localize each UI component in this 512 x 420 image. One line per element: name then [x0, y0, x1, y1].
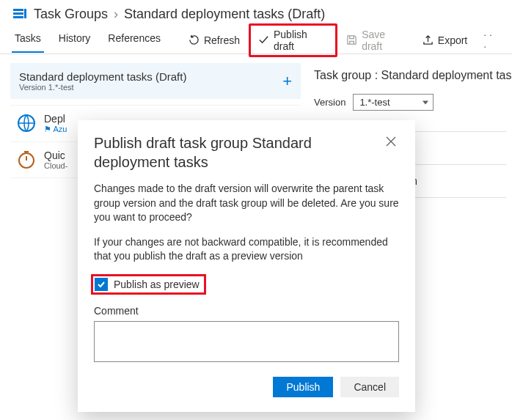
- dialog-warning-text: Changes made to the draft version will o…: [94, 182, 399, 225]
- close-icon: [386, 137, 396, 149]
- comment-input[interactable]: [94, 321, 399, 362]
- tab-references[interactable]: References: [105, 28, 164, 53]
- dialog-title: Publish draft task group Standard deploy…: [94, 133, 383, 172]
- refresh-icon: [189, 34, 200, 45]
- publish-dialog: Publish draft task group Standard deploy…: [78, 120, 415, 412]
- publish-draft-button[interactable]: Publish draft: [249, 23, 337, 57]
- dialog-info-text: If your changes are not backward compati…: [94, 235, 399, 264]
- svg-rect-1: [13, 12, 23, 15]
- close-button[interactable]: [383, 133, 399, 152]
- task-sub: Cloud-: [44, 161, 67, 170]
- task-name: Quic: [44, 150, 67, 161]
- export-button[interactable]: Export: [415, 32, 475, 49]
- globe-icon: [16, 113, 37, 133]
- version-label: Version: [314, 97, 345, 108]
- check-icon: [258, 34, 269, 45]
- breadcrumb-root[interactable]: Task Groups: [34, 7, 108, 22]
- task-group-icon: [12, 6, 28, 22]
- checkbox-label: Publish as preview: [114, 279, 200, 290]
- export-icon: [423, 34, 434, 45]
- panel-heading: Task group : Standard deployment tasl: [314, 69, 506, 82]
- task-group-header[interactable]: Standard deployment tasks (Draft) Versio…: [10, 63, 301, 99]
- version-select[interactable]: 1.*-test: [353, 94, 434, 111]
- tab-tasks[interactable]: Tasks: [12, 28, 44, 53]
- publish-as-preview-checkbox[interactable]: Publish as preview: [91, 274, 206, 295]
- export-label: Export: [438, 34, 467, 46]
- task-group-title: Standard deployment tasks (Draft): [19, 70, 186, 83]
- publish-draft-label: Publish draft: [274, 29, 328, 52]
- task-name: Depl: [44, 113, 67, 125]
- svg-rect-3: [24, 9, 26, 18]
- save-draft-button: Save draft: [339, 26, 414, 55]
- save-draft-label: Save draft: [362, 29, 406, 52]
- breadcrumb: Task Groups › Standard deployment tasks …: [0, 0, 512, 26]
- save-icon: [346, 34, 357, 45]
- svg-rect-2: [13, 16, 23, 18]
- toolbar: Tasks History References Refresh Publish…: [0, 26, 512, 54]
- breadcrumb-current: Standard deployment tasks (Draft): [124, 7, 325, 22]
- timer-icon: [16, 150, 37, 170]
- tab-history[interactable]: History: [56, 28, 94, 53]
- refresh-button[interactable]: Refresh: [181, 32, 247, 49]
- more-button[interactable]: · · ·: [476, 26, 505, 55]
- refresh-label: Refresh: [204, 34, 240, 46]
- cancel-button[interactable]: Cancel: [340, 377, 399, 397]
- breadcrumb-separator: ›: [114, 7, 118, 22]
- checkbox-icon: [95, 278, 108, 291]
- tabs: Tasks History References: [7, 28, 164, 53]
- task-group-version: Version 1.*-test: [19, 83, 186, 92]
- publish-button[interactable]: Publish: [273, 377, 333, 397]
- svg-rect-0: [13, 9, 23, 11]
- comment-label: Comment: [94, 305, 399, 317]
- task-link[interactable]: ⚑ Azu: [44, 125, 67, 134]
- add-task-button[interactable]: +: [282, 72, 292, 91]
